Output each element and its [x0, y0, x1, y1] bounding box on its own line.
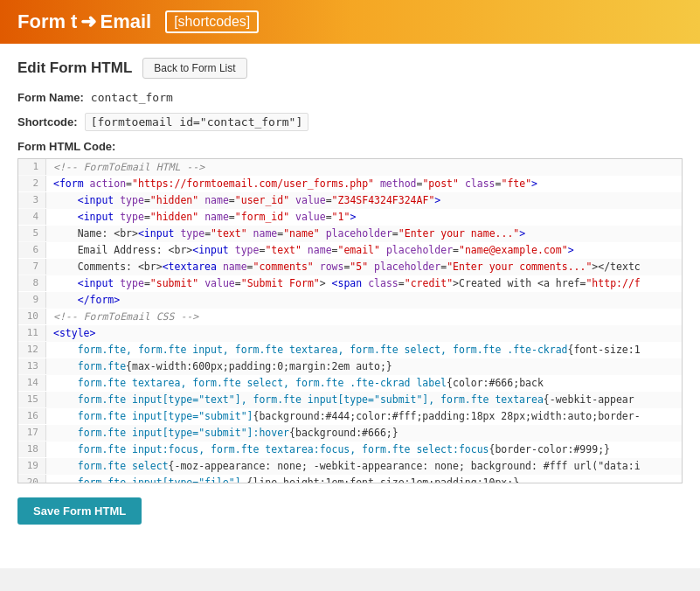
code-lines-scroll[interactable]: 1<!-- FormToEmail HTML -->2<form action=…	[18, 159, 682, 483]
line-number: 15	[18, 392, 46, 407]
table-row: 15 form.fte input[type="text"], form.fte…	[18, 392, 682, 408]
line-content: <!-- FormToEmail CSS -->	[46, 309, 198, 324]
line-content: form.fte input[type="file"] {line-height…	[46, 475, 519, 483]
table-row: 2<form action="https://formtoemail.com/u…	[18, 176, 682, 192]
line-number: 20	[18, 475, 46, 483]
line-content: Comments: <br><textarea name="comments" …	[46, 259, 641, 275]
table-row: 4 <input type="hidden" name="form_id" va…	[18, 209, 682, 226]
line-number: 18	[18, 442, 46, 457]
code-editor: 1<!-- FormToEmail HTML -->2<form action=…	[17, 158, 683, 483]
line-content: form.fte{max-width:600px;padding:0;margi…	[46, 358, 392, 374]
table-row: 17 form.fte input[type="submit"]:hover{b…	[18, 425, 682, 442]
back-to-form-list-button[interactable]: Back to Form List	[142, 58, 246, 79]
form-name-row: Form Name: contact_form	[17, 91, 683, 104]
table-row: 9 </form>	[18, 292, 682, 309]
table-row: 8 <input type="submit" value="Submit For…	[18, 275, 682, 292]
line-number: 12	[18, 342, 46, 358]
shortcodes-badge: [shortcodes]	[165, 10, 259, 33]
line-number: 10	[18, 309, 46, 324]
table-row: 10<!-- FormToEmail CSS -->	[18, 309, 682, 325]
shortcode-value: [formtoemail id="contact_form"]	[85, 113, 309, 131]
save-form-html-button[interactable]: Save Form HTML	[17, 497, 142, 525]
line-number: 13	[18, 358, 46, 374]
table-row: 6 Email Address: <br><input type="text" …	[18, 242, 682, 259]
line-content: form.fte textarea, form.fte select, form…	[46, 375, 544, 391]
table-row: 14 form.fte textarea, form.fte select, f…	[18, 375, 682, 392]
line-number: 2	[18, 176, 46, 191]
line-content: form.fte, form.fte input, form.fte texta…	[46, 342, 641, 358]
table-row: 5 Name: <br><input type="text" name="nam…	[18, 226, 682, 242]
line-content: <style>	[46, 325, 95, 341]
line-number: 9	[18, 292, 46, 308]
logo-email-text: Email	[100, 10, 151, 33]
line-number: 3	[18, 192, 46, 208]
shortcode-row: Shortcode: [formtoemail id="contact_form…	[17, 113, 683, 131]
table-row: 11<style>	[18, 325, 682, 342]
line-number: 19	[18, 458, 46, 474]
form-name-value: contact_form	[91, 91, 173, 104]
line-content: form.fte input[type="submit"]{background…	[46, 408, 641, 424]
code-label: Form HTML Code:	[17, 140, 683, 153]
logo-arrow-icon: ➜	[80, 10, 96, 33]
line-content: <!-- FormToEmail HTML -->	[46, 159, 204, 175]
table-row: 13 form.fte{max-width:600px;padding:0;ma…	[18, 358, 682, 375]
line-number: 7	[18, 259, 46, 275]
line-content: form.fte input[type="submit"]:hover{back…	[46, 425, 399, 441]
table-row: 1<!-- FormToEmail HTML -->	[18, 159, 682, 176]
line-content: <input type="hidden" name="form_id" valu…	[46, 209, 356, 225]
table-row: 3 <input type="hidden" name="user_id" va…	[18, 192, 682, 209]
table-row: 19 form.fte select{-moz-appearance: none…	[18, 458, 682, 475]
edit-header: Edit Form HTML Back to Form List	[17, 58, 683, 79]
header: Form t ➜ Email [shortcodes]	[0, 0, 700, 44]
logo-form-text: Form t	[17, 10, 77, 33]
line-number: 4	[18, 209, 46, 225]
logo: Form t ➜ Email	[17, 10, 151, 33]
line-number: 11	[18, 325, 46, 341]
line-number: 14	[18, 375, 46, 391]
table-row: 18 form.fte input:focus, form.fte textar…	[18, 442, 682, 458]
line-content: form.fte select{-moz-appearance: none; -…	[46, 458, 641, 474]
table-row: 7 Comments: <br><textarea name="comments…	[18, 259, 682, 275]
line-number: 1	[18, 159, 46, 175]
line-content: </form>	[46, 292, 120, 308]
page-title: Edit Form HTML	[17, 59, 132, 77]
table-row: 16 form.fte input[type="submit"]{backgro…	[18, 408, 682, 425]
table-row: 20 form.fte input[type="file"] {line-hei…	[18, 475, 682, 483]
page-container: Edit Form HTML Back to Form List Form Na…	[0, 44, 700, 568]
line-content: Email Address: <br><input type="text" na…	[46, 242, 574, 258]
line-content: <input type="hidden" name="user_id" valu…	[46, 192, 440, 208]
line-number: 6	[18, 242, 46, 258]
line-content: form.fte input:focus, form.fte textarea:…	[46, 442, 610, 457]
table-row: 12 form.fte, form.fte input, form.fte te…	[18, 342, 682, 358]
line-content: Name: <br><input type="text" name="name"…	[46, 226, 525, 241]
line-content: <input type="submit" value="Submit Form"…	[46, 275, 641, 291]
line-number: 5	[18, 226, 46, 241]
line-number: 17	[18, 425, 46, 441]
line-content: <form action="https://formtoemail.com/us…	[46, 176, 537, 191]
line-number: 8	[18, 275, 46, 291]
line-number: 16	[18, 408, 46, 424]
form-name-label: Form Name:	[17, 91, 84, 104]
line-content: form.fte input[type="text"], form.fte in…	[46, 392, 634, 407]
shortcode-label: Shortcode:	[17, 115, 78, 129]
